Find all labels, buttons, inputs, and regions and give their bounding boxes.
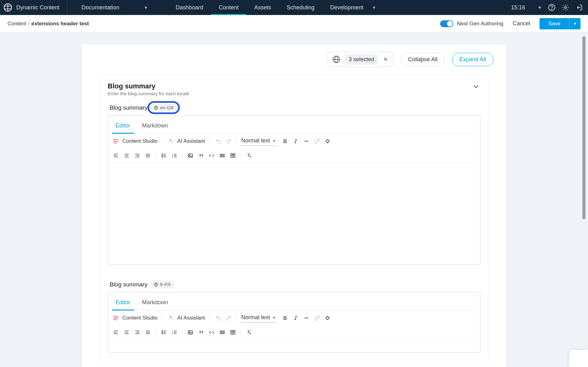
svg-point-6	[117, 139, 118, 140]
editor-box-fr-fr: Editor Markdown Content Studio AI Assist…	[108, 292, 480, 353]
ai-assistant-button[interactable]: AI Assistant	[177, 138, 205, 144]
undo-icon[interactable]	[214, 136, 223, 146]
svg-rect-30	[231, 330, 235, 334]
tab-editor[interactable]: Editor	[114, 295, 132, 310]
numbered-list-icon[interactable]: 123	[170, 151, 179, 160]
code-icon[interactable]	[207, 328, 216, 337]
redo-icon[interactable]	[224, 313, 234, 323]
bold-icon[interactable]	[280, 136, 290, 146]
field-label: Blog summary	[110, 104, 148, 111]
align-justify-icon[interactable]	[143, 328, 153, 337]
bold-icon[interactable]	[280, 313, 290, 323]
development-label: Development	[330, 4, 363, 11]
image-icon[interactable]	[186, 328, 195, 337]
divider	[163, 315, 163, 321]
tab-content[interactable]: Content	[211, 0, 246, 15]
tab-assets[interactable]: Assets	[246, 0, 279, 15]
tab-markdown[interactable]: Markdown	[140, 118, 170, 133]
locale-selector[interactable]: 3 selected ✕	[328, 52, 393, 67]
numbered-list-icon[interactable]: 123	[170, 328, 179, 337]
editor-box-en-gb: Editor Markdown Content Studio AI Assist…	[108, 115, 480, 265]
text-format-select[interactable]: Normal text ▼	[240, 313, 277, 323]
codeblock-icon[interactable]	[218, 328, 227, 337]
content-studio-button[interactable]: Content Studio	[123, 138, 158, 144]
expand-all-button[interactable]: Expand All	[452, 53, 493, 66]
tab-scheduling[interactable]: Scheduling	[279, 0, 322, 15]
quote-icon[interactable]	[196, 151, 206, 160]
divider	[210, 138, 210, 145]
tab-editor[interactable]: Editor	[114, 118, 132, 133]
align-left-icon[interactable]	[111, 151, 121, 160]
tab-markdown[interactable]: Markdown	[140, 295, 170, 310]
locale-chip-fr-fr[interactable]: fr-FR	[150, 280, 174, 288]
anchor-icon[interactable]	[323, 136, 332, 146]
svg-point-7	[162, 154, 162, 154]
link-icon[interactable]	[312, 136, 322, 146]
svg-point-8	[162, 155, 162, 156]
clear-format-icon[interactable]	[244, 328, 254, 337]
logout-icon[interactable]	[575, 4, 583, 11]
section-collapse-icon[interactable]	[472, 82, 480, 91]
svg-point-20	[162, 330, 162, 331]
svg-rect-28	[220, 331, 224, 332]
quote-icon[interactable]	[196, 328, 206, 337]
divider	[156, 152, 156, 159]
hr-icon[interactable]	[302, 313, 311, 323]
save-dropdown-button[interactable]: ▼	[569, 18, 580, 29]
align-right-icon[interactable]	[133, 328, 142, 337]
gear-icon[interactable]	[562, 4, 569, 11]
redo-icon[interactable]	[224, 136, 234, 146]
content-studio-button[interactable]: Content Studio	[123, 315, 158, 321]
editor-tabs: Editor Markdown	[108, 292, 480, 310]
project-selector[interactable]: Documentation ▼	[74, 0, 155, 15]
content-studio-icon[interactable]	[111, 136, 121, 146]
text-format-select[interactable]: Normal text ▼	[240, 136, 277, 146]
cancel-button[interactable]: Cancel	[513, 20, 530, 27]
codeblock-icon[interactable]	[218, 151, 227, 160]
collapse-all-button[interactable]: Collapse All	[401, 53, 445, 66]
anchor-icon[interactable]	[323, 313, 332, 323]
hr-icon[interactable]	[302, 136, 311, 146]
bullet-list-icon[interactable]	[159, 151, 168, 160]
save-button[interactable]: Save	[540, 18, 569, 29]
locale-chip-en-gb[interactable]: en-GB	[150, 104, 177, 112]
editor-textarea[interactable]	[108, 163, 480, 265]
code-icon[interactable]	[207, 151, 216, 160]
divider	[182, 152, 183, 159]
align-center-icon[interactable]	[122, 151, 131, 160]
table-icon[interactable]	[228, 328, 238, 337]
tab-development[interactable]: Development ▼	[322, 0, 384, 15]
clear-format-icon[interactable]	[244, 151, 254, 160]
clock-widget[interactable]: 15:16 ▼	[511, 4, 542, 11]
align-right-icon[interactable]	[133, 151, 142, 160]
image-icon[interactable]	[186, 151, 195, 160]
ai-sparkle-icon[interactable]	[166, 313, 175, 323]
sub-header: Content / extensions header test Next Ge…	[0, 15, 588, 32]
link-icon[interactable]	[312, 313, 322, 323]
undo-icon[interactable]	[214, 313, 223, 323]
scrollbar-thumb[interactable]	[582, 36, 585, 219]
table-icon[interactable]	[228, 151, 238, 160]
divider	[156, 329, 156, 336]
bullet-list-icon[interactable]	[159, 328, 168, 337]
align-left-icon[interactable]	[111, 328, 121, 337]
chevron-down-icon: ▼	[538, 5, 542, 10]
scrollbar[interactable]	[582, 36, 585, 363]
ai-sparkle-icon[interactable]	[166, 136, 175, 146]
breadcrumb-root[interactable]: Content	[8, 21, 26, 27]
ai-assistant-button[interactable]: AI Assistant	[177, 315, 205, 321]
chevron-down-icon: ▼	[273, 139, 276, 143]
help-icon[interactable]	[548, 4, 555, 11]
italic-icon[interactable]	[291, 136, 300, 146]
content-studio-icon[interactable]	[111, 313, 121, 323]
authoring-toggle[interactable]	[440, 20, 453, 27]
nav-tabs: Dashboard Content Assets Scheduling Deve…	[168, 0, 384, 15]
italic-icon[interactable]	[291, 313, 300, 323]
help-widget[interactable]	[569, 350, 588, 367]
editor-textarea[interactable]	[108, 340, 480, 352]
align-justify-icon[interactable]	[143, 151, 153, 160]
clear-selection-icon[interactable]: ✕	[382, 56, 389, 62]
subheader-actions: Next Gen Authoring Cancel Save ▼	[440, 18, 580, 29]
tab-dashboard[interactable]: Dashboard	[168, 0, 211, 15]
align-center-icon[interactable]	[122, 328, 131, 337]
